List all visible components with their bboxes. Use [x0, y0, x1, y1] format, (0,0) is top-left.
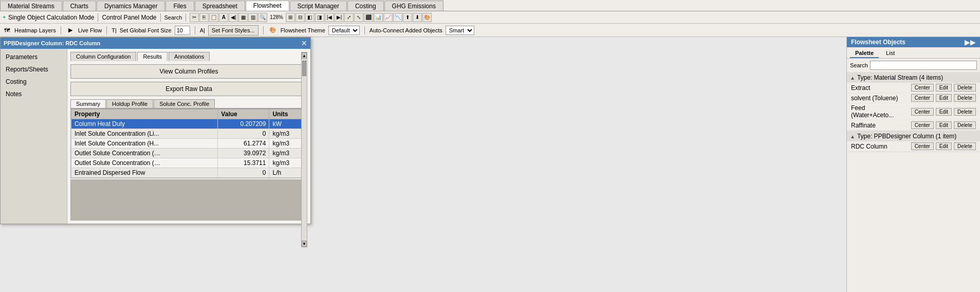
group-header-ppb[interactable]: ▲ Type: PPBDesigner Column (1 item): [847, 131, 980, 141]
toolbar-icon-11[interactable]: ⤢: [344, 13, 354, 22]
toolbar-icon-18[interactable]: ⬇: [413, 13, 422, 22]
right-panel-tab-list[interactable]: List: [881, 49, 900, 58]
solvent-edit-btn[interactable]: Edit: [936, 94, 952, 102]
cell-value: 15.3711: [218, 158, 269, 168]
right-panel-tab-palette[interactable]: Palette: [850, 49, 879, 58]
tab-files[interactable]: Files: [165, 1, 194, 11]
sidebar-item-parameters[interactable]: Parameters: [1, 51, 67, 63]
mode-single-object[interactable]: ✦ Single Object Calculation Mode: [2, 14, 94, 21]
cell-property: Column Heat Duty: [71, 119, 218, 129]
object-row-raffinate: Raffinate Center Edit Delete: [847, 120, 980, 131]
right-panel-search-input[interactable]: [870, 61, 977, 70]
tab-costing[interactable]: Costing: [347, 1, 384, 11]
table-row[interactable]: Column Heat Duty 0.207209 kW: [71, 119, 307, 129]
table-row[interactable]: Outlet Solute Concentration (… 15.3711 k…: [71, 158, 307, 168]
sidebar-item-reports[interactable]: Reports/Sheets: [1, 63, 67, 76]
tab-charts[interactable]: Charts: [63, 1, 96, 11]
data-table-wrapper[interactable]: Property Value Units Column Heat Duty 0.…: [70, 108, 307, 178]
table-header-row: Property Value Units: [71, 110, 307, 119]
search-label: Search: [164, 14, 182, 21]
panel-close-btn[interactable]: ✕: [301, 40, 307, 47]
toolbar-icon-search[interactable]: 🔍: [258, 13, 267, 22]
tab-flowsheet[interactable]: Flowsheet: [246, 1, 289, 11]
toolbar-icon-prev[interactable]: ◀|: [229, 13, 238, 22]
toolbar-icon-10[interactable]: ▶|: [335, 13, 344, 22]
toolbar-icon-16[interactable]: 📉: [393, 13, 402, 22]
view-column-profiles-btn[interactable]: View Column Profiles: [70, 64, 307, 79]
heatmap-icon[interactable]: 🗺: [2, 26, 11, 35]
feed-edit-btn[interactable]: Edit: [936, 108, 952, 116]
object-group-ppb-column: ▲ Type: PPBDesigner Column (1 item) RDC …: [847, 131, 980, 152]
toolbar-icon-5[interactable]: ▦: [238, 13, 248, 22]
group-header-material-streams[interactable]: ▲ Type: Material Stream (4 items): [847, 72, 980, 83]
panel-tab-config[interactable]: Column Configuration: [70, 52, 136, 61]
set-font-styles-btn[interactable]: Set Font Styles...: [208, 25, 258, 35]
table-row[interactable]: Outlet Solute Concentration (… 39.0972 k…: [71, 149, 307, 158]
raffinate-center-btn[interactable]: Center: [911, 121, 934, 129]
toolbar-icon-17[interactable]: ⬆: [403, 13, 412, 22]
object-name-rdc: RDC Column: [851, 143, 909, 150]
extract-edit-btn[interactable]: Edit: [936, 84, 952, 92]
toolbar-icon-2[interactable]: ⎘: [199, 13, 209, 22]
toolbar-icon-12[interactable]: ⤡: [354, 13, 363, 22]
toolbar-icon-8[interactable]: ◨: [315, 13, 324, 22]
separator-2: [160, 13, 161, 22]
toolbar-icon-13[interactable]: ⬛: [364, 13, 373, 22]
export-raw-data-btn[interactable]: Export Raw Data: [70, 82, 307, 96]
toolbar-icon-9[interactable]: |◀: [325, 13, 334, 22]
tab-spreadsheet[interactable]: Spreadsheet: [195, 1, 245, 11]
summary-tab-holdup[interactable]: Holdup Profile: [106, 99, 153, 108]
toolbar-icon-3[interactable]: 📋: [209, 13, 218, 22]
table-row[interactable]: Entrained Dispersed Flow 0 L/h: [71, 168, 307, 178]
scroll-thumb[interactable]: [302, 61, 306, 76]
tab-material-streams[interactable]: Material Streams: [0, 1, 62, 11]
toolbar-icon-bold[interactable]: A: [219, 13, 228, 22]
flowsheet-theme-select[interactable]: Default: [328, 26, 360, 35]
scroll-up-btn[interactable]: ▲: [302, 52, 307, 59]
toolbar-icon-grid2[interactable]: ⊟: [295, 13, 305, 22]
panel-content: Column Configuration Results Annotations…: [67, 49, 310, 224]
extract-center-btn[interactable]: Center: [911, 84, 934, 92]
rdc-edit-btn[interactable]: Edit: [936, 142, 952, 150]
feed-delete-btn[interactable]: Delete: [954, 108, 976, 116]
cell-property: Inlet Solute Concentration (H...: [71, 139, 218, 149]
group-arrow-ppb: ▲: [850, 134, 855, 139]
feed-center-btn[interactable]: Center: [911, 108, 934, 116]
toolbar-icon-15[interactable]: 📈: [383, 13, 393, 22]
object-row-extract: Extract Center Edit Delete: [847, 83, 980, 93]
raffinate-edit-btn[interactable]: Edit: [936, 121, 952, 129]
solvent-center-btn[interactable]: Center: [911, 94, 934, 102]
toolbar-icon-14[interactable]: 📊: [374, 13, 383, 22]
tab-dynamics-manager[interactable]: Dynamics Manager: [97, 1, 165, 11]
summary-tab-solute[interactable]: Solute Conc. Profile: [154, 99, 215, 108]
toolbar-icon-6[interactable]: ▥: [248, 13, 257, 22]
toolbar-icon-grid1[interactable]: ⊞: [286, 13, 295, 22]
tab-script-manager[interactable]: Script Manager: [290, 1, 347, 11]
summary-tab-summary[interactable]: Summary: [70, 99, 106, 108]
table-row[interactable]: Inlet Solute Concentration (Li... 0 kg/m…: [71, 129, 307, 139]
sidebar-item-notes[interactable]: Notes: [1, 88, 67, 100]
solvent-delete-btn[interactable]: Delete: [954, 94, 976, 102]
flowsheet-theme-label: Flowsheet Theme: [281, 27, 325, 33]
toolbar-icon-7[interactable]: ◧: [305, 13, 315, 22]
panel-tab-results[interactable]: Results: [137, 52, 168, 61]
cell-property: Inlet Solute Concentration (Li...: [71, 129, 218, 139]
extract-delete-btn[interactable]: Delete: [954, 84, 976, 92]
font-size-input[interactable]: [175, 26, 190, 35]
sidebar-item-costing[interactable]: Costing: [1, 76, 67, 88]
toolbar-icon-1[interactable]: ✂: [190, 13, 199, 22]
tab-ghg-emissions[interactable]: GHG Emissions: [384, 1, 443, 11]
panel-tab-annotations[interactable]: Annotations: [169, 52, 210, 61]
scroll-down-btn[interactable]: ▼: [302, 241, 307, 247]
rdc-center-btn[interactable]: Center: [911, 142, 934, 150]
raffinate-delete-btn[interactable]: Delete: [954, 121, 976, 129]
right-panel-collapse-btn[interactable]: ▶▶: [965, 39, 976, 46]
toolbar-icon-19[interactable]: 🎨: [422, 13, 432, 22]
cell-property: Entrained Dispersed Flow: [71, 168, 218, 178]
live-flow-icon[interactable]: ▶: [66, 26, 75, 35]
auto-connect-select[interactable]: Smart: [446, 26, 474, 35]
table-row[interactable]: Inlet Solute Concentration (H... 61.2774…: [71, 139, 307, 149]
mode-control-panel[interactable]: Control Panel Mode: [102, 14, 156, 21]
scroll-bar[interactable]: ▲ ▼: [301, 52, 307, 247]
rdc-delete-btn[interactable]: Delete: [954, 142, 976, 150]
